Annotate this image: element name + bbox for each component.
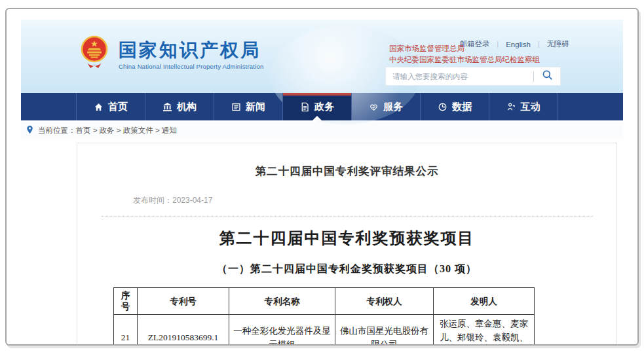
nav-label: 服务: [383, 101, 403, 113]
supervision-org-links: 国家市场监督管理总局 中央纪委国家监委驻市场监管总局纪检监察组: [389, 43, 540, 65]
cell-inventors: 张运原、章金惠、麦家儿、郑银玲、袁毅凯、李程: [434, 315, 535, 346]
site-title: 国家知识产权局: [119, 40, 263, 61]
site-header: 国家知识产权局 China National Intellectual Prop…: [21, 20, 623, 93]
nav-item-interaction[interactable]: 互动: [489, 93, 558, 120]
nav-item-data[interactable]: 数据: [420, 93, 489, 120]
col-header-patent-no: 专利号: [138, 288, 229, 315]
main-nav: 首页 机构 新闻 政务: [21, 93, 623, 120]
accessibility-link[interactable]: 无障碍: [547, 39, 570, 49]
document-icon: [300, 102, 310, 112]
site-search-bar: [385, 67, 561, 86]
nav-item-institutions[interactable]: 机构: [145, 93, 214, 120]
col-header-inventors: 发明人: [434, 288, 535, 315]
col-header-patent-name: 专利名称: [229, 288, 335, 315]
cell-no: 21: [114, 315, 138, 346]
nav-item-services[interactable]: 服务: [351, 93, 420, 120]
newspaper-icon: [231, 102, 241, 112]
nav-label: 机构: [177, 101, 197, 113]
breadcrumb-text[interactable]: 当前位置：首页 > 政务 > 政策文件 > 通知: [38, 126, 177, 135]
nav-label: 互动: [521, 101, 540, 113]
award-heading: 第二十四届中国专利奖预获奖项目: [77, 228, 616, 249]
cell-patent-no: ZL201910583699.1: [138, 315, 229, 346]
table-header-row: 序号 专利号 专利名称 专利权人 发明人: [114, 288, 535, 315]
dotted-divider: [101, 216, 593, 217]
nav-label: 政务: [314, 101, 334, 113]
patent-award-table: 序号 专利号 专利名称 专利权人 发明人 21 ZL201910583699.1…: [113, 287, 535, 346]
article-panel: 第二十四届中国专利奖评审结果公示 发布时间：2023-04-17 第二十四届中国…: [77, 143, 617, 346]
nav-label: 新闻: [246, 101, 265, 113]
magnifier-icon: [542, 69, 553, 83]
browser-page-frame: 国家知识产权局 China National Intellectual Prop…: [5, 8, 639, 346]
nav-label: 数据: [452, 101, 472, 113]
col-header-patentee: 专利权人: [335, 288, 434, 315]
national-emblem-icon: [79, 35, 110, 75]
org-link-1[interactable]: 国家市场监督管理总局: [389, 43, 540, 54]
col-header-no: 序号: [114, 288, 138, 315]
cell-patentee: 佛山市国星光电股份有限公司: [335, 315, 434, 346]
award-subheading: （一）第二十四届中国专利金奖预获奖项目（30 项）: [77, 262, 616, 276]
nav-label: 首页: [108, 101, 128, 113]
site-subtitle-en: China National Intellectual Property Adm…: [119, 63, 263, 70]
org-link-2[interactable]: 中央纪委国家监委驻市场监管总局纪检监察组: [389, 54, 540, 65]
home-icon: [94, 102, 104, 112]
heart-hand-icon: [369, 102, 379, 112]
search-button[interactable]: [534, 67, 560, 85]
search-input[interactable]: [386, 73, 533, 81]
nav-item-government-affairs[interactable]: 政务: [282, 93, 351, 120]
cell-patent-name: 一种全彩化发光器件及显示模组: [229, 315, 335, 346]
publish-time: 发布时间：2023-04-17: [133, 195, 616, 206]
nav-item-news[interactable]: 新闻: [214, 93, 282, 120]
nav-item-home[interactable]: 首页: [76, 93, 145, 120]
location-pin-icon: [26, 125, 33, 135]
bank-icon: [162, 102, 172, 112]
site-logo[interactable]: 国家知识产权局 China National Intellectual Prop…: [79, 35, 263, 75]
table-row: 21 ZL201910583699.1 一种全彩化发光器件及显示模组 佛山市国星…: [114, 315, 535, 346]
interaction-icon: [506, 102, 516, 112]
breadcrumb: 当前位置：首页 > 政务 > 政策文件 > 通知: [21, 122, 623, 139]
article-title: 第二十四届中国专利奖评审结果公示: [77, 164, 616, 179]
chart-icon: [438, 102, 447, 112]
